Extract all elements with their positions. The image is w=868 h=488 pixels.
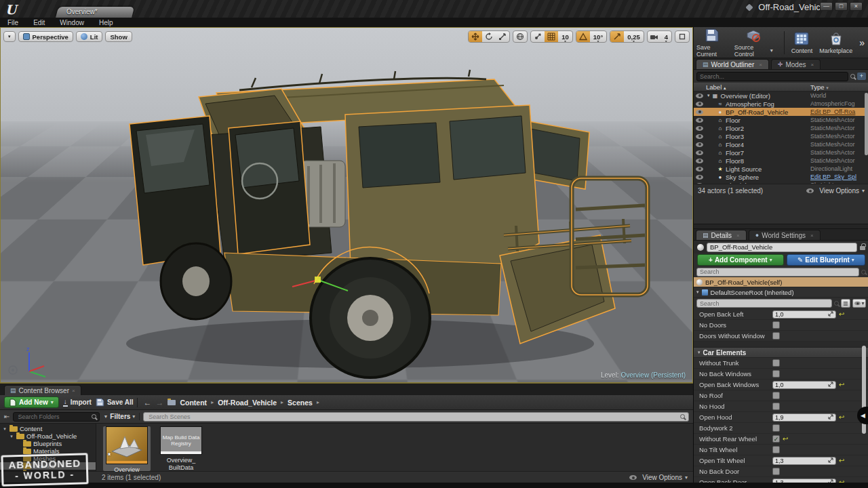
outliner-row-type[interactable]: Edit BP_Sky_Spl: [810, 174, 868, 180]
breadcrumb-item[interactable]: Off-Road_Vehicle: [218, 399, 277, 407]
expander-icon[interactable]: ▾: [9, 434, 14, 439]
property-number-field[interactable]: 1,0: [772, 381, 836, 389]
breadcrumb-item[interactable]: Content: [180, 399, 207, 407]
folder-tree-item[interactable]: ▾Content: [0, 425, 96, 432]
outliner-row[interactable]: ●Sky SphereEdit BP_Sky_Spl: [694, 173, 868, 181]
folder-tree-item[interactable]: Blueprints: [0, 440, 96, 447]
menu-file[interactable]: File: [0, 19, 26, 26]
outliner-row[interactable]: ⌂Floor7StaticMeshActor: [694, 148, 868, 157]
visibility-eye-icon[interactable]: [696, 126, 703, 131]
visibility-eye-icon[interactable]: [696, 183, 703, 184]
outliner-column-header[interactable]: Label ▴ Type ▾: [694, 83, 868, 92]
property-checkbox[interactable]: [772, 424, 780, 432]
restore-button[interactable]: □: [835, 2, 848, 11]
outliner-scrollbar[interactable]: [865, 93, 868, 155]
details-search-input[interactable]: [696, 299, 832, 308]
grid-snap-toggle[interactable]: [545, 31, 558, 42]
import-button[interactable]: ↓ Import: [63, 398, 92, 407]
outliner-row[interactable]: ⌂FloorStaticMeshActor: [694, 116, 868, 124]
visibility-eye-icon[interactable]: [696, 175, 703, 180]
property-checkbox[interactable]: [772, 332, 780, 340]
property-matrix-button[interactable]: ▥: [841, 299, 850, 308]
expander-icon[interactable]: ▾: [707, 93, 710, 98]
tab-world-outliner[interactable]: ▤ World Outliner×: [696, 59, 769, 69]
search-assets-input[interactable]: [147, 413, 677, 421]
toolbar-overflow-chevron[interactable]: »: [859, 37, 866, 48]
menu-window[interactable]: Window: [52, 19, 92, 26]
close-icon[interactable]: ×: [72, 388, 75, 394]
property-checkbox[interactable]: [772, 446, 780, 453]
add-new-button[interactable]: Add New ▾: [4, 396, 59, 408]
surface-snap-button[interactable]: [531, 31, 545, 42]
marketplace-button[interactable]: Marketplace: [819, 31, 852, 54]
property-checkbox[interactable]: [772, 403, 780, 410]
tab-details[interactable]: ▤ Details×: [696, 230, 747, 240]
scale-tool-button[interactable]: [496, 31, 509, 42]
lock-icon[interactable]: [860, 246, 865, 250]
outliner-search-input[interactable]: [696, 72, 848, 81]
panel-splitter[interactable]: [694, 224, 868, 229]
folder-tree-item[interactable]: ▾Off-Road_Vehicle: [0, 432, 96, 440]
filters-button[interactable]: ▼ Filters ▾: [103, 413, 140, 420]
visibility-eye-icon[interactable]: [696, 167, 703, 171]
component-row-scene-root[interactable]: ▾ DefaultSceneRoot (Inherited): [694, 287, 868, 298]
tab-content-browser[interactable]: ▤ Content Browser ×: [4, 385, 81, 395]
components-search-input[interactable]: [696, 268, 859, 277]
reset-to-default-icon[interactable]: ↩: [839, 413, 844, 421]
visibility-eye-icon[interactable]: [696, 134, 703, 139]
component-row-self[interactable]: BP_Off-Road_Vehicle(self): [694, 277, 868, 287]
close-icon[interactable]: ×: [810, 62, 814, 68]
outliner-row[interactable]: ▾▦Overview (Editor)World: [694, 92, 868, 100]
rotation-snap-toggle[interactable]: [576, 31, 590, 42]
source-control-button[interactable]: Source Control▾: [734, 28, 773, 58]
display-filter-button[interactable]: ▾: [852, 299, 866, 308]
outliner-row[interactable]: ●BP_Off-Road_VehicleEdit BP_Off-Roa: [694, 108, 868, 116]
reset-to-default-icon[interactable]: ↩: [839, 457, 844, 464]
property-checkbox[interactable]: [772, 392, 780, 399]
camera-speed-value[interactable]: 4: [661, 33, 671, 41]
property-number-field[interactable]: 1,0: [772, 310, 836, 319]
reset-to-default-icon[interactable]: ↩: [839, 310, 844, 318]
tab-modes[interactable]: ✛ Modes×: [771, 59, 821, 69]
breadcrumb-item[interactable]: Scenes: [288, 399, 313, 407]
tab-world-settings[interactable]: ● World Settings×: [749, 230, 821, 240]
outliner-row[interactable]: ⌂Floor8StaticMeshActor: [694, 157, 868, 165]
outliner-row[interactable]: ≈Atmospheric FogAtmosphericFog: [694, 100, 868, 108]
outliner-row[interactable]: ★Light SourceDirectionalLight: [694, 165, 868, 173]
reset-to-default-icon[interactable]: ↩: [839, 381, 844, 388]
outliner-view-options[interactable]: View Options ▾: [804, 187, 865, 195]
outliner-row[interactable]: ⌂Floor2StaticMeshActor: [694, 124, 868, 132]
show-button[interactable]: Show: [105, 31, 132, 42]
property-checkbox[interactable]: ✓: [772, 435, 780, 443]
content-button[interactable]: Content: [784, 31, 813, 54]
rotation-snap-value[interactable]: 10°: [590, 33, 606, 41]
search-folders-input[interactable]: [16, 413, 90, 421]
property-checkbox[interactable]: [772, 468, 780, 475]
visibility-eye-icon[interactable]: [696, 159, 703, 163]
level-name-link[interactable]: Overview (Persistent): [620, 371, 686, 379]
content-browser-view-options[interactable]: View Options ▾: [627, 474, 688, 481]
vehicle-3d-model[interactable]: [1, 28, 693, 383]
close-icon[interactable]: ×: [759, 62, 762, 68]
menu-help[interactable]: Help: [92, 19, 121, 26]
close-icon[interactable]: ×: [810, 232, 814, 239]
actor-name-field[interactable]: BP_Off-Road_Vehicle: [707, 243, 857, 252]
visibility-eye-icon[interactable]: [696, 94, 703, 98]
coordinate-system-button[interactable]: [513, 30, 528, 43]
visibility-eye-icon[interactable]: [696, 118, 703, 123]
property-checkbox[interactable]: [772, 359, 780, 367]
visibility-eye-icon[interactable]: [696, 102, 703, 106]
rotate-tool-button[interactable]: [482, 31, 496, 42]
asset-tile-overview[interactable]: * Overview: [103, 426, 151, 471]
outliner-row[interactable]: ⌂Floor3StaticMeshActor: [694, 132, 868, 140]
menu-edit[interactable]: Edit: [26, 19, 52, 26]
viewport-options-button[interactable]: ▾: [3, 31, 16, 42]
save-current-button[interactable]: Save Current: [696, 28, 728, 58]
reset-to-default-icon[interactable]: ↩: [783, 435, 788, 443]
forward-button[interactable]: →: [155, 398, 163, 407]
grid-snap-value[interactable]: 10: [558, 33, 572, 41]
add-component-button[interactable]: + Add Component ▾: [697, 254, 784, 266]
property-number-field[interactable]: 1,3: [772, 457, 836, 465]
toggle-sources-panel-button[interactable]: ⇤: [4, 413, 9, 420]
close-button[interactable]: ×: [850, 2, 863, 11]
